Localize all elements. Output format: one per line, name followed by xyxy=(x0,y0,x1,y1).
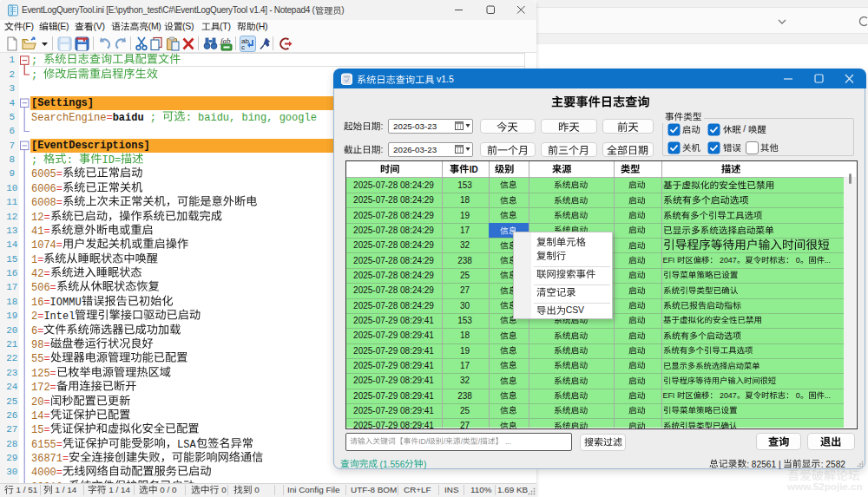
svg-text:c: c xyxy=(241,43,245,51)
